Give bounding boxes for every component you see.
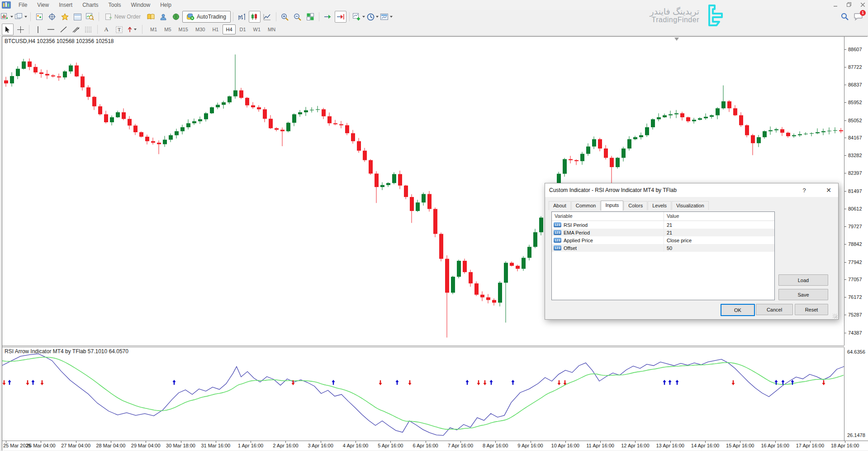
label-button[interactable]: T	[113, 24, 125, 35]
indicator-panel[interactable]: RSI Arrow Indicator MT4 by TFlab 57.1010…	[2, 347, 844, 441]
search-icon[interactable]	[841, 13, 849, 20]
trendline-button[interactable]	[57, 24, 69, 35]
candle	[139, 131, 143, 138]
minimize-icon[interactable]	[832, 2, 839, 7]
chart-shift-button[interactable]	[335, 11, 346, 23]
sell-arrow-icon	[483, 380, 486, 385]
candle	[533, 229, 537, 248]
auto-scroll-button[interactable]	[322, 11, 334, 23]
tab-levels[interactable]: Levels	[648, 201, 671, 210]
zoom-out-button[interactable]	[292, 11, 304, 23]
terminal-button[interactable]	[71, 11, 83, 23]
close-icon[interactable]	[859, 2, 866, 7]
candlestick-button[interactable]	[249, 11, 261, 23]
price-axis[interactable]: 8860787722868378595285052841678328282397…	[844, 37, 868, 441]
data-window-button[interactable]	[46, 11, 58, 23]
chat-button[interactable]: 1	[854, 13, 863, 20]
timeframe-M15[interactable]: M15	[175, 24, 191, 34]
time-axis[interactable]: 25 Mar 202526 Mar 04:0027 Mar 04:0028 Ma…	[2, 441, 868, 451]
tab-about[interactable]: About	[549, 201, 571, 210]
cancel-button[interactable]: Cancel	[756, 304, 793, 315]
chart-shift-marker[interactable]	[674, 38, 679, 41]
timeframe-H4[interactable]: H4	[223, 24, 235, 34]
candle	[398, 171, 402, 189]
candle	[645, 124, 649, 137]
param-value[interactable]: 21	[664, 222, 774, 228]
candle	[392, 172, 396, 184]
vertical-line-button[interactable]	[32, 24, 44, 35]
timeframe-M5[interactable]: M5	[161, 24, 174, 34]
menu-tools[interactable]: Tools	[104, 1, 126, 9]
new-chart-button[interactable]	[0, 11, 14, 23]
timeframe-M30[interactable]: M30	[192, 24, 208, 34]
indicators-button[interactable]	[352, 11, 365, 23]
param-row-applied-price[interactable]: 123Applied PriceClose price	[552, 236, 774, 244]
sell-arrow-icon	[408, 380, 411, 385]
menu-insert[interactable]: Insert	[54, 1, 77, 9]
reset-button[interactable]: Reset	[795, 304, 828, 315]
param-row-rsi-period[interactable]: 123RSI Period21	[552, 221, 774, 229]
periods-button[interactable]	[366, 11, 379, 23]
autotrading-label: AutoTrading	[197, 14, 226, 20]
menu-file[interactable]: File	[14, 1, 32, 9]
timeframe-W1[interactable]: W1	[250, 24, 264, 34]
timeframe-H1[interactable]: H1	[209, 24, 222, 34]
tab-inputs[interactable]: Inputs	[601, 201, 623, 211]
candle	[28, 58, 32, 70]
community-button[interactable]	[157, 11, 169, 23]
close-icon[interactable]: ✕	[821, 183, 836, 197]
arrows-button[interactable]	[126, 24, 138, 35]
candle	[651, 119, 655, 130]
param-value[interactable]: 50	[664, 245, 774, 251]
fibonacci-button[interactable]	[83, 24, 95, 35]
new-order-button[interactable]: New Order	[101, 11, 144, 22]
book-button[interactable]	[145, 11, 157, 23]
menu-charts[interactable]: Charts	[77, 1, 103, 9]
menu-view[interactable]: View	[32, 1, 54, 9]
param-row-ema-period[interactable]: 123EMA Period21	[552, 229, 774, 236]
resize-grip[interactable]	[833, 314, 837, 318]
profiles-button[interactable]	[14, 11, 28, 23]
channel-button[interactable]	[70, 24, 82, 35]
strategy-tester-button[interactable]	[84, 11, 96, 23]
candle	[563, 158, 567, 177]
param-name: 123Offset	[552, 244, 664, 252]
horizontal-line-button[interactable]	[45, 24, 57, 35]
load-button[interactable]: Load	[778, 274, 828, 286]
time-axis-label: 11 Apr 16:00	[586, 443, 614, 448]
timeframe-D1[interactable]: D1	[237, 24, 249, 34]
timeframe-MN[interactable]: MN	[265, 24, 279, 34]
param-value[interactable]: Close price	[664, 238, 774, 243]
zoom-in-button[interactable]	[279, 11, 291, 23]
menu-window[interactable]: Window	[126, 1, 156, 9]
param-row-offset[interactable]: 123Offset50	[552, 244, 774, 252]
ok-button[interactable]: OK	[721, 304, 755, 316]
tab-common[interactable]: Common	[571, 201, 601, 210]
buy-arrow-icon	[675, 380, 678, 385]
save-button[interactable]: Save	[778, 289, 828, 300]
candle	[574, 159, 579, 165]
navigator-button[interactable]	[59, 11, 71, 23]
line-chart-button[interactable]	[261, 11, 273, 23]
bar-chart-button[interactable]	[236, 11, 248, 23]
candle	[674, 110, 678, 118]
tab-visualization[interactable]: Visualization	[672, 201, 709, 210]
help-button[interactable]: ?	[797, 183, 812, 197]
candle	[410, 194, 414, 223]
market-watch-button[interactable]	[33, 11, 45, 23]
menu-help[interactable]: Help	[155, 1, 176, 9]
crosshair-button[interactable]	[14, 24, 26, 35]
timeframe-M1[interactable]: M1	[147, 24, 160, 34]
candle	[492, 298, 496, 306]
text-button[interactable]: A	[100, 24, 112, 35]
tile-windows-button[interactable]	[304, 11, 316, 23]
tab-colors[interactable]: Colors	[624, 201, 647, 210]
autotrading-button[interactable]: AutoTrading	[182, 11, 231, 23]
cursor-button[interactable]	[2, 24, 14, 35]
time-axis-label: 28 Mar 04:00	[96, 443, 125, 448]
restore-icon[interactable]	[845, 2, 853, 7]
templates-button[interactable]	[380, 11, 393, 23]
dialog-titlebar[interactable]: Custom Indicator - RSI Arrow Indicator M…	[545, 183, 838, 197]
param-value[interactable]: 21	[664, 230, 774, 235]
market-globe-button[interactable]	[170, 11, 182, 23]
